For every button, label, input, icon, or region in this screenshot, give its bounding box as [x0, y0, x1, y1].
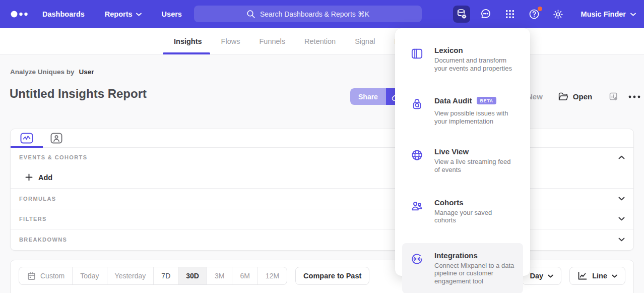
range-custom-label: Custom [40, 272, 65, 280]
tab-retention[interactable]: Retention [304, 28, 336, 54]
add-event-button[interactable]: Add [11, 166, 633, 189]
menu-item-live-view[interactable]: Live View View a live streaming feed of … [402, 143, 523, 178]
nav-dashboards-label: Dashboards [42, 10, 85, 18]
analyze-prefix-label: Analyze Uniques by [10, 68, 75, 76]
chevron-down-icon[interactable] [618, 238, 625, 242]
chevron-down-icon[interactable] [618, 217, 625, 221]
settings-button[interactable] [550, 6, 567, 23]
range-30d-label: 30D [186, 272, 199, 280]
analyze-entity-selector[interactable]: User [79, 68, 94, 76]
line-chart-tab-icon [20, 133, 33, 144]
range-6m[interactable]: 6M [232, 267, 257, 284]
tab-funnels-label: Funnels [259, 37, 285, 45]
project-switcher[interactable]: Music Finder [581, 10, 636, 18]
chevron-down-icon [548, 274, 553, 278]
project-name: Music Finder [581, 10, 626, 18]
feedback-button[interactable] [477, 6, 494, 23]
open-button-label: Open [573, 92, 592, 101]
add-button-label: Add [38, 173, 52, 182]
chevron-down-icon [630, 13, 636, 16]
ellipsis-icon [628, 95, 641, 99]
section-formulas[interactable]: FORMULAS [11, 189, 633, 209]
report-type-nav: Insights Flows Funnels Retention Signal … [0, 28, 644, 54]
section-events-cohorts[interactable]: EVENTS & COHORTS [11, 148, 633, 166]
search-placeholder: Search Dashboards & Reports ⌘K [260, 10, 369, 18]
search-input[interactable]: Search Dashboards & Reports ⌘K [194, 6, 422, 22]
lexicon-title: Lexicon [434, 46, 463, 54]
tab-flows[interactable]: Flows [221, 28, 240, 54]
tab-signal[interactable]: Signal [355, 28, 375, 54]
chevron-down-icon [136, 13, 142, 16]
tab-flows-label: Flows [221, 37, 240, 45]
section-filters[interactable]: FILTERS [11, 209, 633, 230]
report-header-actions: New Open [527, 88, 641, 105]
add-to-board-button[interactable] [608, 91, 619, 102]
apps-grid-icon [504, 9, 516, 20]
tab-events-builder[interactable] [16, 129, 38, 147]
range-today-label: Today [80, 272, 99, 280]
top-right-actions: Music Finder [453, 0, 636, 28]
tab-insights-label: Insights [174, 37, 202, 45]
range-yesterday-label: Yesterday [115, 272, 146, 280]
chevron-up-icon[interactable] [618, 155, 625, 159]
tab-funnels[interactable]: Funnels [259, 28, 285, 54]
range-3m[interactable]: 3M [207, 267, 232, 284]
range-30d[interactable]: 30D [178, 267, 207, 284]
cohorts-title: Cohorts [434, 198, 464, 207]
range-7d[interactable]: 7D [153, 267, 178, 284]
report-title[interactable]: Untitled Insights Report [10, 87, 147, 101]
chevron-down-icon[interactable] [618, 197, 625, 201]
tab-retention-label: Retention [304, 37, 336, 45]
cohorts-people-icon [410, 198, 425, 224]
data-management-button[interactable] [453, 6, 470, 23]
range-today[interactable]: Today [72, 267, 106, 284]
range-yesterday[interactable]: Yesterday [107, 267, 154, 284]
menu-item-cohorts[interactable]: Cohorts Manage your saved cohorts [402, 194, 523, 229]
search-icon [246, 10, 255, 19]
range-12m[interactable]: 12M [257, 267, 287, 284]
apps-grid-button[interactable] [501, 6, 519, 23]
section-breakdowns[interactable]: BREAKDOWNS [11, 229, 633, 250]
menu-item-data-audit[interactable]: Data Audit BETA View possible issues wit… [402, 92, 523, 130]
data-audit-description: View possible issues with your implement… [434, 109, 515, 125]
chart-controls-card: Custom Today Yesterday 7D 30D 3M 6M 12M … [10, 260, 634, 293]
range-7d-label: 7D [161, 272, 170, 280]
range-3m-label: 3M [215, 272, 224, 280]
help-button[interactable] [526, 6, 543, 23]
range-custom[interactable]: Custom [19, 267, 72, 284]
tab-insights[interactable]: Insights [174, 28, 202, 54]
share-button[interactable]: Share [350, 88, 386, 105]
range-12m-label: 12M [266, 272, 279, 280]
lexicon-book-icon [410, 46, 425, 72]
chart-type-label: Line [592, 272, 607, 280]
tab-users-builder[interactable] [46, 129, 67, 147]
calendar-icon [27, 271, 36, 281]
mixpanel-logo-icon[interactable] [10, 10, 29, 18]
filters-label: FILTERS [19, 216, 47, 222]
lexicon-description: Document and transform your events and p… [434, 56, 515, 72]
compare-to-past-button[interactable]: Compare to Past [295, 267, 369, 285]
notification-dot [538, 7, 542, 11]
builder-icon-tabs [11, 129, 633, 148]
chat-bubble-icon [480, 8, 492, 20]
chevron-down-icon [612, 274, 617, 278]
menu-item-integrations[interactable]: Integrations Connect Mixpanel to a data … [402, 243, 523, 293]
top-nav: Dashboards Reports Users [42, 10, 182, 18]
interval-label: Day [530, 272, 544, 280]
gear-icon [552, 9, 564, 20]
nav-dashboards[interactable]: Dashboards [42, 10, 85, 18]
analyze-uniques-control: Analyze Uniques by User [10, 68, 94, 76]
chart-type-selector[interactable]: Line [569, 267, 625, 285]
nav-users[interactable]: Users [162, 10, 182, 18]
integrations-title: Integrations [434, 251, 478, 260]
date-range-control: Custom Today Yesterday 7D 30D 3M 6M 12M [19, 267, 287, 285]
range-6m-label: 6M [240, 272, 249, 280]
line-chart-icon [577, 271, 588, 280]
integrations-sync-icon [410, 251, 425, 285]
compare-label: Compare to Past [303, 272, 361, 280]
open-report-button[interactable]: Open [558, 91, 592, 102]
more-options-button[interactable] [628, 95, 641, 99]
top-bar: Dashboards Reports Users Search Dashboar… [0, 0, 644, 28]
menu-item-lexicon[interactable]: Lexicon Document and transform your even… [402, 41, 523, 77]
nav-reports[interactable]: Reports [105, 10, 142, 18]
